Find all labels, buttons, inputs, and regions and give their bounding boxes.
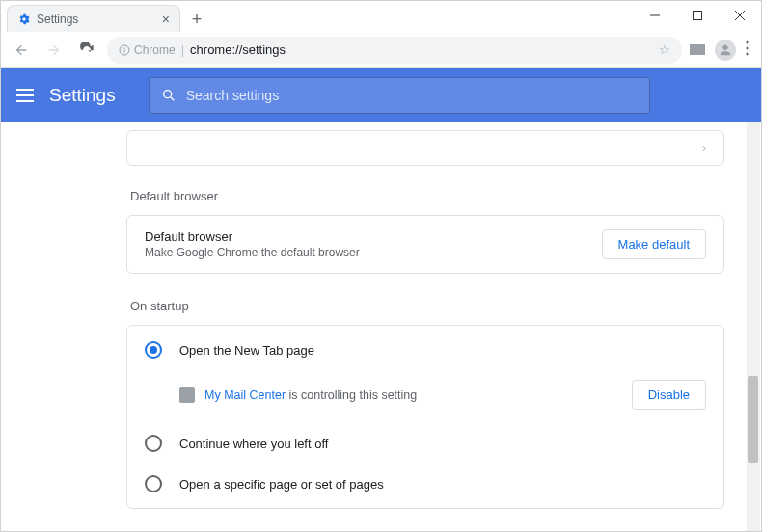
svg-point-10	[746, 52, 748, 55]
startup-option-continue[interactable]: Continue where you left off	[127, 423, 723, 464]
site-info-icon[interactable]: Chrome	[119, 43, 176, 57]
chevron-right-icon: ›	[702, 141, 706, 155]
new-tab-button[interactable]: +	[184, 7, 209, 32]
search-icon	[161, 88, 177, 103]
svg-point-8	[746, 40, 748, 43]
profile-avatar-icon[interactable]	[715, 40, 736, 61]
svg-point-9	[746, 46, 748, 49]
tab-title: Settings	[37, 13, 78, 26]
search-input[interactable]	[186, 88, 638, 103]
startup-option-specific-pages[interactable]: Open a specific page or set of pages	[127, 464, 723, 504]
radio-unchecked-icon[interactable]	[145, 435, 162, 452]
hamburger-menu-icon[interactable]	[14, 85, 36, 106]
default-browser-subtitle: Make Google Chrome the default browser	[145, 246, 360, 259]
default-browser-card: Default browser Make Google Chrome the d…	[126, 215, 724, 274]
rect-icon[interactable]	[690, 44, 705, 55]
browser-toolbar: Chrome | chrome://settings ☆	[1, 32, 761, 68]
browser-tab[interactable]: Settings ×	[7, 5, 180, 32]
extension-name-link[interactable]: My Mail Center	[204, 388, 286, 402]
kebab-menu-icon[interactable]	[746, 40, 749, 60]
extension-icon	[179, 387, 195, 403]
omnibox-url: chrome://settings	[190, 42, 286, 57]
radio-checked-icon[interactable]	[145, 341, 162, 359]
window-minimize-button[interactable]	[634, 1, 676, 30]
reload-button[interactable]	[74, 38, 99, 63]
option-label: Continue where you left off	[179, 437, 328, 451]
settings-gear-icon	[17, 13, 31, 26]
window-close-button[interactable]	[719, 1, 761, 30]
manage-search-engines-row[interactable]: Manage search engines ›	[126, 130, 724, 166]
close-tab-icon[interactable]: ×	[162, 12, 170, 27]
extension-controlling-notice: My Mail Center is controlling this setti…	[127, 370, 723, 423]
disable-extension-button[interactable]: Disable	[632, 380, 706, 410]
extension-suffix: is controlling this setting	[286, 388, 417, 402]
svg-point-7	[722, 44, 727, 49]
option-label: Open a specific page or set of pages	[179, 477, 384, 492]
window-titlebar: Settings × +	[1, 1, 761, 32]
address-bar[interactable]: Chrome | chrome://settings ☆	[107, 37, 682, 64]
omnibox-divider: |	[181, 42, 184, 57]
section-title-on-startup: On startup	[130, 299, 724, 313]
vertical-scrollbar[interactable]	[747, 122, 760, 531]
startup-option-new-tab[interactable]: Open the New Tab page	[127, 330, 723, 370]
settings-search[interactable]	[149, 77, 650, 114]
back-button[interactable]	[9, 38, 34, 63]
bookmark-star-icon[interactable]: ☆	[659, 42, 670, 57]
page-title: Settings	[49, 85, 116, 106]
forward-button[interactable]	[41, 38, 67, 63]
svg-rect-1	[694, 12, 702, 20]
make-default-button[interactable]: Make default	[602, 229, 706, 259]
svg-point-14	[163, 91, 171, 98]
svg-line-15	[171, 97, 174, 100]
scrollbar-thumb[interactable]	[748, 376, 758, 463]
settings-header: Settings	[1, 68, 761, 122]
omnibox-prefix: Chrome	[134, 43, 176, 57]
section-title-default-browser: Default browser	[130, 189, 724, 203]
svg-rect-6	[124, 49, 125, 52]
radio-unchecked-icon[interactable]	[145, 475, 162, 492]
svg-point-5	[123, 47, 124, 48]
on-startup-card: Open the New Tab page My Mail Center is …	[126, 325, 724, 509]
option-label: Open the New Tab page	[179, 343, 314, 358]
window-maximize-button[interactable]	[676, 1, 719, 30]
default-browser-title: Default browser	[145, 229, 360, 244]
